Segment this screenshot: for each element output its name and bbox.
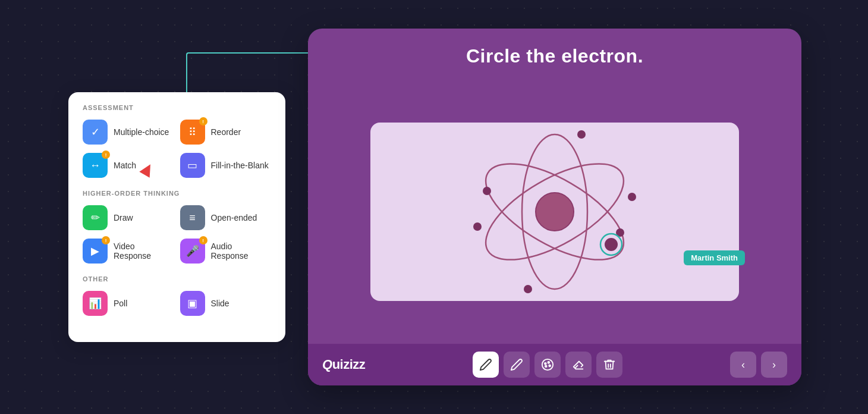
menu-item-match[interactable]: ↔ ! Match (83, 152, 174, 179)
quizizz-logo-text: Quizizz (322, 357, 365, 372)
student-label: Martin Smith (684, 250, 745, 265)
audio-badge: ! (199, 236, 207, 244)
menu-item-audio-response[interactable]: 🎤 ! Audio Response (180, 237, 272, 265)
pen-active-button[interactable] (473, 352, 499, 378)
match-badge: ! (102, 150, 110, 159)
audio-response-icon: 🎤 ! (180, 239, 205, 264)
multiple-choice-icon: ✓ (83, 120, 108, 145)
menu-item-multiple-choice[interactable]: ✓ Multiple-choice (83, 118, 174, 146)
draw-icon: ✏ (83, 205, 108, 230)
menu-item-open-ended[interactable]: ≡ Open-ended (180, 204, 272, 231)
svg-point-15 (549, 365, 551, 366)
pen-thin-button[interactable] (504, 352, 530, 378)
poll-icon: 📊 (83, 291, 108, 316)
video-response-icon: ▶ ! (83, 239, 108, 264)
reorder-label: Reorder (211, 127, 241, 137)
svg-point-10 (605, 238, 618, 251)
svg-point-4 (483, 187, 491, 195)
menu-item-video-response[interactable]: ▶ ! Video Response (83, 237, 174, 265)
quizizz-logo: Quizizz (322, 357, 365, 372)
poll-label: Poll (114, 299, 127, 308)
next-button[interactable]: › (761, 352, 787, 378)
other-label: OTHER (83, 275, 271, 283)
svg-point-9 (628, 193, 636, 201)
section-other: OTHER 📊 Poll ▣ Slide (83, 275, 271, 317)
quiz-header: Circle the electron. (308, 29, 801, 79)
trash-button[interactable] (596, 352, 622, 378)
video-response-label: Video Response (114, 242, 174, 261)
menu-card: ASSESSMENT ✓ Multiple-choice ⠿ ! Reorder… (68, 92, 285, 342)
quiz-content: Martin Smith (308, 79, 801, 344)
nav-buttons: ‹ › (730, 352, 787, 378)
menu-item-reorder[interactable]: ⠿ ! Reorder (180, 118, 272, 146)
palette-button[interactable] (534, 352, 561, 378)
atom-svg (442, 128, 668, 295)
menu-item-poll[interactable]: 📊 Poll (83, 290, 174, 317)
other-grid: 📊 Poll ▣ Slide (83, 290, 271, 317)
hot-grid: ✏ Draw ≡ Open-ended ▶ ! Video Response (83, 204, 271, 265)
quiz-card: Circle the electron. (308, 29, 801, 385)
open-ended-label: Open-ended (211, 213, 257, 222)
assessment-label: ASSESSMENT (83, 104, 271, 111)
hot-label: HIGHER-ORDER THINKING (83, 190, 271, 197)
slide-icon: ▣ (180, 291, 205, 316)
svg-point-6 (524, 285, 532, 293)
slide-label: Slide (211, 299, 229, 308)
quiz-footer: Quizizz (308, 344, 801, 385)
svg-point-7 (577, 130, 586, 139)
eraser-button[interactable] (565, 352, 592, 378)
svg-point-12 (542, 359, 553, 370)
fill-blank-icon: ▭ (180, 153, 205, 178)
menu-item-draw[interactable]: ✏ Draw (83, 204, 174, 231)
video-badge: ! (102, 236, 110, 244)
audio-response-label: Audio Response (211, 242, 272, 261)
menu-item-slide[interactable]: ▣ Slide (180, 290, 272, 317)
open-ended-icon: ≡ (180, 205, 205, 230)
reorder-badge: ! (199, 117, 207, 126)
toolbar-buttons (473, 352, 622, 378)
svg-point-16 (545, 365, 547, 367)
reorder-icon: ⠿ ! (180, 120, 205, 145)
draw-label: Draw (114, 213, 133, 222)
svg-point-8 (473, 222, 482, 231)
assessment-grid: ✓ Multiple-choice ⠿ ! Reorder ↔ ! Match (83, 118, 271, 179)
prev-button[interactable]: ‹ (730, 352, 756, 378)
atom-image: Martin Smith (370, 123, 739, 301)
svg-point-14 (548, 362, 550, 363)
match-icon: ↔ ! (83, 153, 108, 178)
match-label: Match (114, 161, 136, 170)
quiz-title: Circle the electron. (332, 45, 778, 67)
fill-blank-label: Fill-in-the-Blank (211, 161, 269, 170)
section-hot: HIGHER-ORDER THINKING ✏ Draw ≡ Open-ende… (83, 190, 271, 265)
svg-point-0 (536, 193, 574, 231)
menu-item-fill-blank[interactable]: ▭ Fill-in-the-Blank (180, 152, 272, 179)
multiple-choice-label: Multiple-choice (114, 127, 169, 137)
section-assessment: ASSESSMENT ✓ Multiple-choice ⠿ ! Reorder… (83, 104, 271, 179)
svg-point-13 (545, 363, 546, 365)
